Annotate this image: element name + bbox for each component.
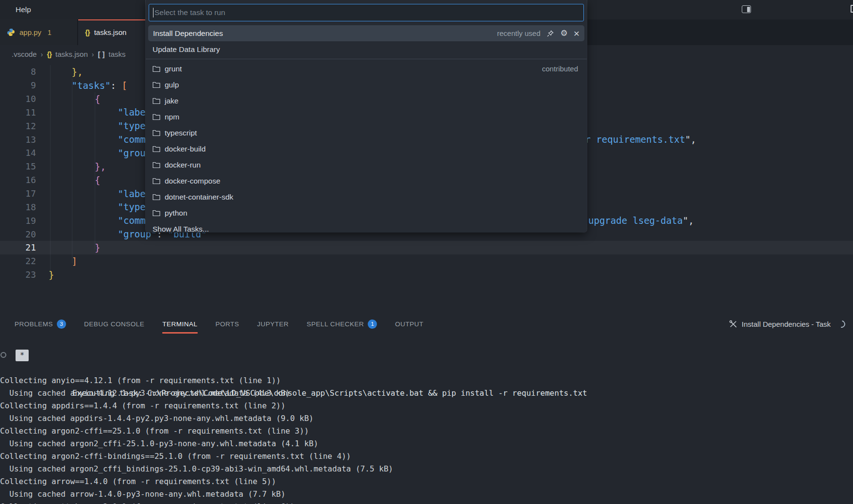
- pin-icon[interactable]: [546, 30, 554, 37]
- code-fragment-line-19: upgrade lseg-data",: [588, 214, 694, 227]
- tab-tasks-json[interactable]: {} tasks.json: [78, 19, 151, 45]
- code-token: ",: [685, 134, 696, 145]
- folder-icon: [153, 178, 160, 185]
- code-token: },: [72, 67, 83, 77]
- task-run-badge: *: [16, 350, 29, 361]
- panel-tab-debug-console[interactable]: DEBUG CONSOLE: [84, 313, 144, 335]
- task-item-label: jake: [165, 97, 580, 105]
- task-item-docker-run[interactable]: docker-run: [146, 157, 587, 173]
- gear-icon[interactable]: ⚙: [560, 29, 567, 37]
- code-line-21: 21}: [0, 241, 853, 254]
- task-item-label: docker-compose: [165, 177, 580, 185]
- folder-icon: [153, 162, 160, 168]
- code-token: [: [121, 80, 127, 91]
- code-token: upgrade lseg-data: [588, 215, 682, 226]
- code-token: "tasks": [72, 80, 111, 91]
- line-number: 17: [0, 188, 37, 199]
- line-number: 11: [0, 107, 37, 118]
- task-item-dotnet-container-sdk[interactable]: dotnet-container-sdk: [146, 189, 587, 205]
- folder-icon: [153, 98, 160, 104]
- task-item-meta: contributed: [542, 65, 578, 73]
- task-item-python[interactable]: python: [146, 205, 587, 221]
- close-icon[interactable]: ×: [574, 28, 580, 38]
- panel-tab-label: DEBUG CONSOLE: [84, 320, 144, 328]
- task-item-label: npm: [165, 113, 580, 121]
- task-item-grunt[interactable]: gruntcontributed: [146, 61, 587, 77]
- line-number: 14: [0, 148, 37, 158]
- task-item-jake[interactable]: jake: [146, 93, 587, 109]
- task-item-label: python: [165, 209, 580, 218]
- terminal-line: Using cached appdirs-1.4.4-py2.py3-none-…: [0, 412, 853, 425]
- task-item-npm[interactable]: npm: [146, 109, 587, 125]
- exec-command-text: Executing task: C:\Projects\Code\LD_VSCo…: [72, 388, 587, 398]
- panel-tab-label: TERMINAL: [162, 320, 197, 328]
- text-caret: [153, 8, 154, 17]
- line-number: 19: [0, 216, 37, 226]
- task-search-input[interactable]: Select the task to run: [149, 4, 584, 21]
- folder-icon: [153, 146, 160, 152]
- task-item-label: Show All Tasks...: [153, 225, 580, 233]
- folder-icon: [153, 114, 160, 120]
- running-task-label: Install Dependencies - Task: [742, 320, 831, 328]
- task-item-label: docker-run: [165, 161, 580, 169]
- terminal-line: Using cached argon2_cffi-25.1.0-py3-none…: [0, 437, 853, 450]
- task-list: Install Dependenciesrecently used⚙×Updat…: [146, 25, 587, 232]
- task-item-update-data-library[interactable]: Update Data Library: [146, 41, 587, 57]
- json-braces-icon: {}: [85, 28, 90, 36]
- terminal-output[interactable]: * Executing task: C:\Projects\Code\LD_VS…: [0, 349, 853, 504]
- code-text: },: [37, 161, 106, 172]
- terminal-blank-line: [0, 362, 853, 374]
- chevron-right-icon: ›: [41, 50, 43, 58]
- code-line-22: 22]: [0, 254, 853, 268]
- task-item-install-dependencies[interactable]: Install Dependenciesrecently used⚙×: [148, 25, 584, 41]
- panel-tab-output[interactable]: OUTPUT: [395, 313, 424, 335]
- code-token: ]: [72, 256, 77, 267]
- folder-icon: [153, 82, 160, 88]
- panel-tab-label: JUPYTER: [257, 320, 289, 328]
- python-icon: [7, 28, 15, 36]
- show-all-tasks-item[interactable]: Show All Tasks...: [146, 221, 587, 232]
- folder-icon: [153, 194, 160, 201]
- breadcrumb-item-tasks[interactable]: tasks: [109, 50, 126, 58]
- tab-app-py[interactable]: app.py 1: [0, 19, 78, 45]
- breadcrumb-item-tasksjson[interactable]: tasks.json: [55, 50, 88, 58]
- breadcrumb-item-vscode[interactable]: .vscode: [12, 50, 37, 58]
- code-text: }: [37, 269, 54, 280]
- command-decoration-icon[interactable]: [0, 352, 6, 358]
- panel-tab-label: OUTPUT: [395, 320, 424, 328]
- panel-tab-spell-checker[interactable]: SPELL CHECKER1: [307, 313, 377, 335]
- task-item-label: Install Dependencies: [153, 29, 493, 38]
- spinner-icon: [836, 319, 847, 329]
- code-token: }: [95, 242, 100, 253]
- task-item-docker-compose[interactable]: docker-compose: [146, 173, 587, 189]
- terminal-line: Using cached argon2_cffi_bindings-25.1.0…: [0, 463, 853, 475]
- menu-item-help[interactable]: Help: [12, 0, 35, 19]
- task-item-label: docker-build: [165, 145, 580, 153]
- panel-tab-jupyter[interactable]: JUPYTER: [257, 313, 289, 335]
- code-text: "tasks": [: [37, 80, 127, 91]
- panel-tab-ports[interactable]: PORTS: [216, 313, 239, 335]
- tab-problem-count: 1: [48, 29, 51, 36]
- panel-tab-terminal[interactable]: TERMINAL: [162, 313, 197, 335]
- line-number: 22: [0, 256, 37, 266]
- line-number: 10: [0, 94, 37, 104]
- terminal-line: Collecting argon2-cffi==25.1.0 (from -r …: [0, 425, 853, 437]
- code-text: {: [37, 94, 100, 104]
- task-item-docker-build[interactable]: docker-build: [146, 141, 587, 157]
- task-item-typescript[interactable]: typescript: [146, 125, 587, 141]
- clipped-titlebar-icon[interactable]: [851, 5, 853, 13]
- line-number: 18: [0, 202, 37, 212]
- running-task-status[interactable]: Install Dependencies - Task: [729, 313, 845, 335]
- terminal-line: Collecting argon2-cffi-bindings==25.1.0 …: [0, 450, 853, 463]
- task-item-gulp[interactable]: gulp: [146, 77, 587, 93]
- code-token: },: [95, 161, 106, 172]
- panel-tab-problems[interactable]: PROBLEMS3: [15, 313, 66, 335]
- customize-layout-icon[interactable]: [742, 5, 751, 13]
- code-text: {: [37, 175, 100, 185]
- terminal-line: Collecting anyio==4.12.1 (from -r requir…: [0, 374, 853, 387]
- panel-tab-label: PROBLEMS: [15, 320, 53, 328]
- line-number: 13: [0, 134, 37, 145]
- code-text: }: [37, 242, 100, 253]
- layout-pane-glyph: [747, 7, 750, 12]
- folder-icon: [153, 210, 160, 217]
